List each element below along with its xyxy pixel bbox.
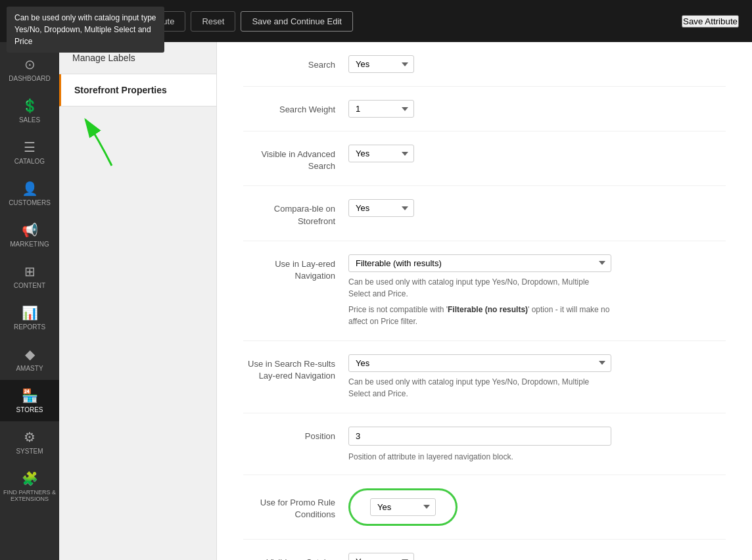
comparable-label: Compara-ble on Storefront bbox=[243, 199, 348, 227]
position-hint: Position of attribute in layered navigat… bbox=[348, 452, 611, 461]
sidebar-item-catalog[interactable]: ☰ CATALOG bbox=[0, 131, 59, 173]
tooltip-text: Can be used only with catalog input type… bbox=[14, 13, 156, 46]
sidebar-item-marketing[interactable]: 📢 MARKETING bbox=[0, 214, 59, 256]
visible-advanced-select[interactable]: YesNo bbox=[348, 145, 414, 162]
sidebar-item-system[interactable]: ⚙ SYSTEM bbox=[0, 421, 59, 463]
comparable-select[interactable]: YesNo bbox=[348, 199, 414, 217]
visible-advanced-label: Visible in Advanced Search bbox=[243, 145, 348, 172]
left-panel: Manage Labels Storefront Properties bbox=[59, 42, 217, 560]
sidebar-item-customers[interactable]: 👤 CUSTOMERS bbox=[0, 173, 59, 214]
sidebar-item-dashboard[interactable]: ⊙ DASHBOARD bbox=[0, 49, 59, 90]
sidebar-item-label: SYSTEM bbox=[16, 448, 43, 455]
sidebar-item-label: DASHBOARD bbox=[9, 75, 50, 82]
amasty-icon: ◆ bbox=[25, 346, 35, 362]
sidebar-item-label: STORES bbox=[16, 406, 43, 413]
customers-icon: 👤 bbox=[22, 181, 38, 197]
search-results-layered-row: Use in Search Re-sults Lay-ered Navigati… bbox=[243, 354, 726, 413]
stores-icon: 🏪 bbox=[22, 388, 38, 404]
catalog-icon: ☰ bbox=[24, 139, 35, 155]
comparable-control: YesNo bbox=[348, 199, 414, 217]
layered-nav-hint2: Price is not compatible with 'Filterable… bbox=[348, 304, 611, 327]
search-weight-control: 1 2345 bbox=[348, 100, 414, 118]
search-weight-select[interactable]: 1 2345 bbox=[348, 100, 414, 118]
position-row: Position Position of attribute in layere… bbox=[243, 427, 726, 475]
marketing-icon: 📢 bbox=[22, 222, 38, 238]
sales-icon: 💲 bbox=[22, 98, 38, 114]
promo-rule-row: Use for Promo Rule Conditions YesNo bbox=[243, 488, 726, 540]
hint2-bold: Filterable (no results) bbox=[448, 305, 528, 314]
search-results-layered-control: YesNo Can be used only with catalog inpu… bbox=[348, 354, 611, 400]
promo-rule-label: Use for Promo Rule Conditions bbox=[243, 493, 348, 521]
layered-navigation-control: No Filterable (with results) Filterable … bbox=[348, 254, 611, 327]
reports-icon: 📊 bbox=[22, 305, 38, 321]
sidebar: ⊙ DASHBOARD 💲 SALES ☰ CATALOG 👤 CUSTOMER… bbox=[0, 42, 59, 560]
sidebar-item-label: CATALOG bbox=[14, 158, 45, 165]
dashboard-icon: ⊙ bbox=[24, 57, 35, 72]
tab-storefront-properties[interactable]: Storefront Properties bbox=[59, 74, 216, 106]
sidebar-item-label: CONTENT bbox=[14, 282, 45, 289]
search-results-layered-hint: Can be used only with catalog input type… bbox=[348, 376, 611, 400]
content-area: Manage Labels Storefront Properties bbox=[59, 42, 752, 560]
sidebar-item-label: AMASTY bbox=[16, 365, 43, 372]
position-control: Position of attribute in layered navigat… bbox=[348, 427, 611, 461]
search-weight-row: Search Weight 1 2345 bbox=[243, 100, 726, 131]
search-weight-label: Search Weight bbox=[243, 100, 348, 116]
sidebar-item-reports[interactable]: 📊 REPORTS bbox=[0, 297, 59, 338]
sidebar-item-label: REPORTS bbox=[14, 323, 45, 331]
layered-navigation-label: Use in Lay-ered Navigation bbox=[243, 254, 348, 282]
sidebar-item-label: CUSTOMERS bbox=[9, 199, 51, 206]
promo-rule-control: YesNo bbox=[348, 488, 458, 526]
promo-rule-select[interactable]: YesNo bbox=[370, 498, 436, 516]
annotation-arrow bbox=[59, 106, 138, 172]
main-layout: ⊙ DASHBOARD 💲 SALES ☰ CATALOG 👤 CUSTOMER… bbox=[0, 42, 752, 560]
sidebar-item-sales[interactable]: 💲 SALES bbox=[0, 90, 59, 131]
save-attribute-button[interactable]: Save Attribute bbox=[682, 15, 739, 28]
layered-navigation-select[interactable]: No Filterable (with results) Filterable … bbox=[348, 254, 611, 272]
content-icon: ⊞ bbox=[24, 264, 35, 279]
form-area: Search No Yes Search Weight 1 234 bbox=[217, 42, 752, 560]
reset-button[interactable]: Reset bbox=[191, 11, 235, 32]
search-control: No Yes bbox=[348, 55, 414, 73]
sidebar-item-label: SALES bbox=[19, 116, 40, 124]
layered-navigation-row: Use in Lay-ered Navigation No Filterable… bbox=[243, 254, 726, 341]
promo-rule-highlight: YesNo bbox=[348, 488, 458, 526]
visible-catalog-label: Visible on Catalog Pages on Storefront bbox=[243, 553, 348, 560]
visible-catalog-control: YesNo bbox=[348, 553, 414, 560]
sidebar-item-content[interactable]: ⊞ CONTENT bbox=[0, 256, 59, 297]
sidebar-item-amasty[interactable]: ◆ AMASTY bbox=[0, 338, 59, 380]
position-label: Position bbox=[243, 427, 348, 442]
system-icon: ⚙ bbox=[24, 429, 35, 445]
search-label: Search bbox=[243, 55, 348, 71]
save-continue-button[interactable]: Save and Continue Edit bbox=[241, 11, 353, 32]
visible-advanced-row: Visible in Advanced Search YesNo bbox=[243, 145, 726, 186]
position-input[interactable] bbox=[348, 427, 611, 446]
sidebar-item-stores[interactable]: 🏪 STORES bbox=[0, 380, 59, 421]
search-row: Search No Yes bbox=[243, 55, 726, 87]
partners-icon: 🧩 bbox=[22, 471, 38, 486]
search-results-layered-label: Use in Search Re-sults Lay-ered Navigati… bbox=[243, 354, 348, 382]
search-select[interactable]: No Yes bbox=[348, 55, 414, 73]
visible-catalog-row: Visible on Catalog Pages on Storefront Y… bbox=[243, 553, 726, 560]
sidebar-item-partners[interactable]: 🧩 FIND PARTNERS & EXTENSIONS bbox=[0, 463, 59, 510]
visible-catalog-select[interactable]: YesNo bbox=[348, 553, 414, 560]
sidebar-item-label: FIND PARTNERS & EXTENSIONS bbox=[3, 489, 57, 502]
layered-nav-hint1: Can be used only with catalog input type… bbox=[348, 276, 611, 300]
comparable-row: Compara-ble on Storefront YesNo bbox=[243, 199, 726, 241]
search-results-layered-select[interactable]: YesNo bbox=[348, 354, 611, 372]
sidebar-item-label: MARKETING bbox=[10, 241, 49, 248]
tooltip-box: Can be used only with catalog input type… bbox=[7, 7, 164, 53]
visible-advanced-control: YesNo bbox=[348, 145, 414, 162]
